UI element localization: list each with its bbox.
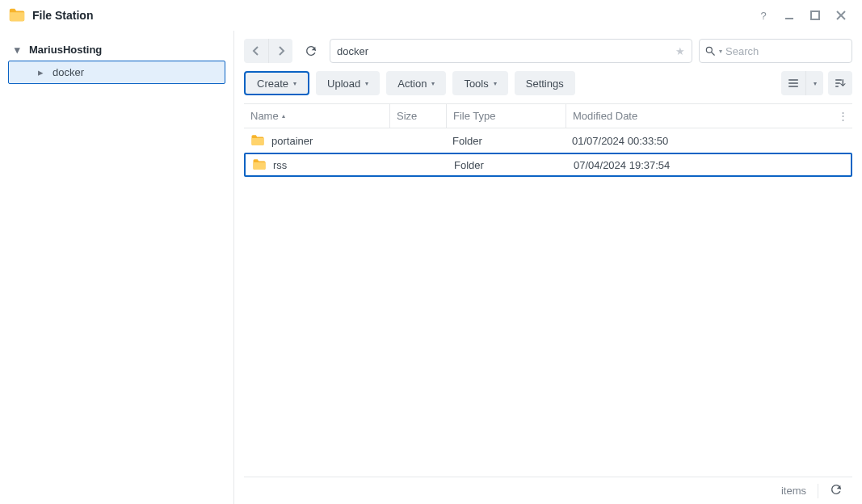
- column-name[interactable]: Name▴: [244, 110, 389, 122]
- view-list-button[interactable]: [781, 71, 805, 95]
- status-divider: [818, 484, 818, 498]
- table-row[interactable]: rssFolder07/04/2024 19:37:54: [244, 153, 852, 177]
- row-modified: 01/07/2024 00:33:50: [566, 135, 852, 147]
- help-icon[interactable]: ?: [751, 4, 776, 27]
- refresh-button[interactable]: [299, 39, 323, 63]
- create-button[interactable]: Create▾: [244, 71, 309, 95]
- table-header: Name▴ Size File Type Modified Date ⋮: [244, 104, 852, 128]
- maximize-icon[interactable]: [802, 4, 828, 27]
- row-name: rss: [273, 159, 287, 171]
- folder-icon: [250, 133, 265, 148]
- app-folder-icon: [8, 6, 26, 24]
- row-type: Folder: [446, 135, 566, 147]
- row-type: Folder: [448, 159, 567, 171]
- tree-root-label: MariusHosting: [29, 44, 102, 56]
- view-dropdown-button[interactable]: ▾: [805, 71, 823, 95]
- search-dropdown-icon[interactable]: ▾: [719, 48, 722, 55]
- table-row[interactable]: portainerFolder01/07/2024 00:33:50: [244, 128, 852, 153]
- tools-button[interactable]: Tools▾: [452, 71, 507, 95]
- minimize-icon[interactable]: [776, 4, 802, 27]
- nav-forward-button[interactable]: [268, 39, 292, 63]
- favorite-star-icon[interactable]: ★: [675, 45, 685, 57]
- caret-down-icon: ▾: [15, 44, 24, 56]
- action-button[interactable]: Action▾: [386, 71, 446, 95]
- svg-rect-3: [811, 11, 819, 19]
- search-input[interactable]: [725, 45, 861, 57]
- status-refresh-button[interactable]: [830, 483, 843, 498]
- path-input[interactable]: [337, 45, 675, 57]
- sort-button[interactable]: [828, 71, 852, 95]
- row-modified: 07/04/2024 19:37:54: [567, 159, 851, 171]
- nav-back-button[interactable]: [244, 39, 268, 63]
- tree-item-label: docker: [53, 66, 84, 78]
- folder-icon: [252, 158, 267, 172]
- column-modified[interactable]: Modified Date: [566, 104, 833, 128]
- close-icon[interactable]: [828, 4, 854, 27]
- search-box[interactable]: ▾: [699, 39, 852, 63]
- path-input-box[interactable]: ★: [330, 39, 692, 63]
- tree-item-docker[interactable]: ▸ docker: [8, 61, 225, 84]
- sidebar: ▾ MariusHosting ▸ docker: [0, 31, 234, 504]
- column-type[interactable]: File Type: [446, 104, 566, 128]
- sort-asc-icon: ▴: [282, 112, 285, 120]
- status-items-label: items: [781, 485, 806, 497]
- settings-button[interactable]: Settings: [515, 71, 575, 95]
- row-name: portainer: [271, 135, 313, 147]
- tree-root[interactable]: ▾ MariusHosting: [0, 39, 233, 61]
- caret-right-icon: ▸: [38, 66, 48, 78]
- column-more-icon[interactable]: ⋮: [833, 110, 852, 122]
- upload-button[interactable]: Upload▾: [316, 71, 380, 95]
- app-title: File Station: [32, 9, 93, 22]
- column-size[interactable]: Size: [389, 104, 446, 128]
